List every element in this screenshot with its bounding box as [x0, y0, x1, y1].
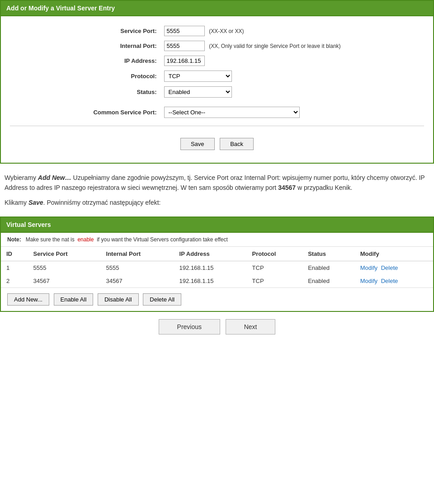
protocol-select[interactable]: TCP UDP ALL: [164, 71, 232, 82]
virtual-servers-panel: Virtual Servers Note: Make sure the nat …: [0, 217, 434, 312]
internal-port-input[interactable]: [164, 41, 205, 51]
enable-all-button[interactable]: Enable All: [54, 293, 94, 306]
modify-link[interactable]: Modify: [360, 278, 377, 284]
common-service-select-cell: --Select One--: [160, 104, 344, 120]
internal-port-label: Internal Port:: [90, 38, 160, 53]
vs-table: ID Service Port Internal Port IP Address…: [1, 247, 433, 287]
row-service-port: 34567: [28, 274, 101, 287]
row-id: 2: [1, 274, 28, 287]
modify-link[interactable]: Modify: [360, 264, 377, 271]
delete-link[interactable]: Delete: [381, 264, 398, 271]
row-internal-port: 34567: [101, 274, 174, 287]
row-ip-address: 192.168.1.15: [174, 274, 247, 287]
service-port-label: Service Port:: [90, 24, 160, 38]
action-btn-row: Add New... Enable All Disable All Delete…: [1, 287, 433, 311]
service-port-hint: (XX-XX or XX): [209, 28, 244, 34]
common-service-row: Common Service Port: --Select One--: [90, 104, 344, 120]
save-button[interactable]: Save: [180, 138, 215, 150]
spacer-row: [90, 100, 344, 104]
vs-panel-header: Virtual Servers: [0, 217, 434, 233]
panel-header: Add or Modify a Virtual Server Entry: [0, 0, 434, 16]
status-select-cell: Enabled Disabled: [160, 84, 344, 100]
service-port-row: Service Port: (XX-XX or XX): [90, 24, 344, 38]
row-internal-port: 5555: [101, 261, 174, 275]
table-row: 1 5555 5555 192.168.1.15 TCP Enabled Mod…: [1, 261, 433, 275]
col-internal-port: Internal Port: [101, 247, 174, 261]
row-service-port: 5555: [28, 261, 101, 275]
ip-address-row: IP Address:: [90, 53, 344, 68]
status-row: Status: Enabled Disabled: [90, 84, 344, 100]
col-ip-address: IP Address: [174, 247, 247, 261]
common-service-label: Common Service Port:: [90, 104, 160, 120]
protocol-row: Protocol: TCP UDP ALL: [90, 68, 344, 84]
note-row: Note: Make sure the nat is enable if you…: [1, 233, 433, 247]
col-service-port: Service Port: [28, 247, 101, 261]
row-status: Enabled: [302, 261, 355, 275]
ip-address-input[interactable]: [164, 56, 205, 66]
delete-all-button[interactable]: Delete All: [143, 293, 181, 306]
page-wrapper: Add or Modify a Virtual Server Entry Ser…: [0, 0, 434, 504]
col-modify: Modify: [355, 247, 433, 261]
note-prefix: Note:: [7, 236, 21, 243]
save-bold: Save: [28, 199, 43, 206]
description-para2: Klikamy Save. Powinniśmy otrzymać następ…: [5, 198, 429, 207]
col-protocol: Protocol: [247, 247, 303, 261]
status-select[interactable]: Enabled Disabled: [164, 86, 232, 98]
ip-address-input-cell: [160, 53, 344, 68]
internal-port-input-cell: (XX, Only valid for single Service Port …: [160, 38, 344, 53]
port-bold: 34567: [278, 184, 296, 191]
add-modify-panel: Add or Modify a Virtual Server Entry Ser…: [0, 0, 434, 164]
vs-panel-body: Note: Make sure the nat is enable if you…: [0, 233, 434, 312]
panel-body: Service Port: (XX-XX or XX) Internal Por…: [0, 16, 434, 164]
delete-link[interactable]: Delete: [381, 278, 398, 284]
description-section: Wybieramy Add New… Uzupełniamy dane zgod…: [0, 164, 434, 217]
row-protocol: TCP: [247, 261, 303, 275]
previous-button[interactable]: Previous: [159, 319, 220, 334]
panel-title: Add or Modify a Virtual Server Entry: [6, 5, 115, 12]
note-text: Make sure the nat is: [26, 236, 75, 243]
next-button[interactable]: Next: [226, 319, 276, 334]
back-button[interactable]: Back: [220, 138, 254, 150]
ip-address-label: IP Address:: [90, 53, 160, 68]
col-id: ID: [1, 247, 28, 261]
protocol-select-cell: TCP UDP ALL: [160, 68, 344, 84]
protocol-label: Protocol:: [90, 68, 160, 84]
row-ip-address: 192.168.1.15: [174, 261, 247, 275]
status-label: Status:: [90, 84, 160, 100]
add-new-button[interactable]: Add New...: [7, 293, 49, 306]
row-modify-cell: Modify Delete: [355, 261, 433, 275]
common-service-select[interactable]: --Select One--: [164, 107, 300, 118]
form-table: Service Port: (XX-XX or XX) Internal Por…: [90, 24, 344, 120]
table-header-row: ID Service Port Internal Port IP Address…: [1, 247, 433, 261]
internal-port-hint: (XX, Only valid for single Service Port …: [209, 43, 340, 49]
form-button-row: Save Back: [10, 132, 424, 154]
note-suffix: if you want the Virtual Servers configur…: [97, 236, 228, 243]
description-para1: Wybieramy Add New… Uzupełniamy dane zgod…: [5, 173, 429, 193]
col-status: Status: [302, 247, 355, 261]
enable-link: enable: [77, 236, 94, 243]
service-port-input[interactable]: [164, 26, 205, 36]
service-port-input-cell: (XX-XX or XX): [160, 24, 344, 38]
row-protocol: TCP: [247, 274, 303, 287]
row-status: Enabled: [302, 274, 355, 287]
pagination-row: Previous Next: [0, 312, 434, 339]
internal-port-row: Internal Port: (XX, Only valid for singl…: [90, 38, 344, 53]
vs-panel-title: Virtual Servers: [6, 221, 51, 228]
row-id: 1: [1, 261, 28, 275]
row-modify-cell: Modify Delete: [355, 274, 433, 287]
table-row: 2 34567 34567 192.168.1.15 TCP Enabled M…: [1, 274, 433, 287]
disable-all-button[interactable]: Disable All: [98, 293, 139, 306]
form-divider: [10, 126, 424, 126]
add-new-text: Add New…: [38, 174, 71, 181]
